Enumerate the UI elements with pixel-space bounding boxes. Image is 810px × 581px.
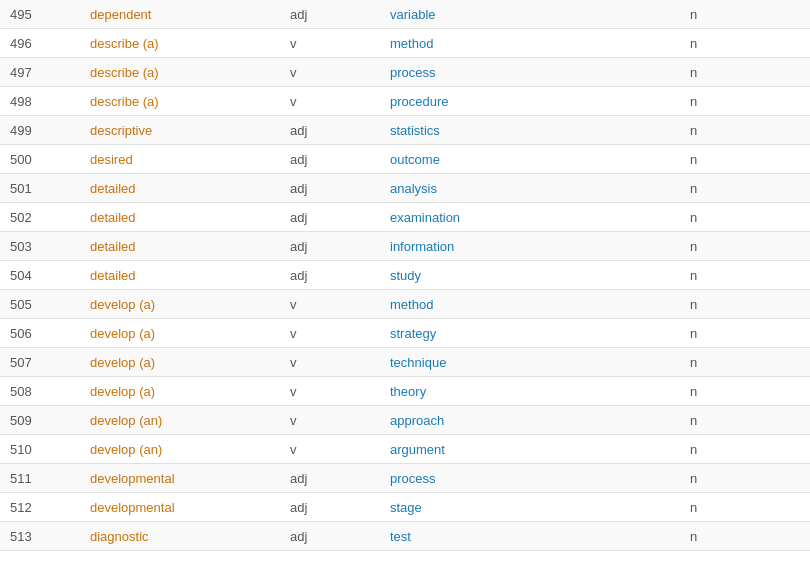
table-row: 506 develop (a) v strategy n	[0, 319, 810, 348]
table-row: 510 develop (an) v argument n	[0, 435, 810, 464]
row-pos: v	[280, 413, 380, 428]
row-extra: n	[680, 326, 810, 341]
row-extra: n	[680, 239, 810, 254]
row-pos: v	[280, 297, 380, 312]
row-extra: n	[680, 442, 810, 457]
table-row: 507 develop (a) v technique n	[0, 348, 810, 377]
row-collocate: test	[380, 529, 680, 544]
row-extra: n	[680, 7, 810, 22]
row-pos: adj	[280, 210, 380, 225]
row-collocate: technique	[380, 355, 680, 370]
table-row: 503 detailed adj information n	[0, 232, 810, 261]
row-collocate: examination	[380, 210, 680, 225]
row-word: developmental	[80, 471, 280, 486]
row-word: detailed	[80, 181, 280, 196]
row-extra: n	[680, 210, 810, 225]
data-table: 495 dependent adj variable n 496 describ…	[0, 0, 810, 551]
row-extra: n	[680, 471, 810, 486]
row-collocate: approach	[380, 413, 680, 428]
row-word: develop (a)	[80, 355, 280, 370]
table-row: 509 develop (an) v approach n	[0, 406, 810, 435]
row-pos: adj	[280, 123, 380, 138]
row-pos: v	[280, 326, 380, 341]
row-word: detailed	[80, 239, 280, 254]
row-number: 510	[0, 442, 80, 457]
row-number: 509	[0, 413, 80, 428]
row-extra: n	[680, 268, 810, 283]
row-word: develop (an)	[80, 442, 280, 457]
row-collocate: theory	[380, 384, 680, 399]
row-number: 508	[0, 384, 80, 399]
row-pos: adj	[280, 152, 380, 167]
row-number: 503	[0, 239, 80, 254]
row-extra: n	[680, 94, 810, 109]
row-number: 512	[0, 500, 80, 515]
row-word: develop (an)	[80, 413, 280, 428]
row-word: desired	[80, 152, 280, 167]
row-word: describe (a)	[80, 36, 280, 51]
row-extra: n	[680, 181, 810, 196]
row-number: 504	[0, 268, 80, 283]
row-number: 500	[0, 152, 80, 167]
row-extra: n	[680, 36, 810, 51]
row-pos: v	[280, 36, 380, 51]
row-pos: adj	[280, 529, 380, 544]
row-number: 507	[0, 355, 80, 370]
table-row: 502 detailed adj examination n	[0, 203, 810, 232]
table-row: 511 developmental adj process n	[0, 464, 810, 493]
row-extra: n	[680, 355, 810, 370]
row-word: describe (a)	[80, 65, 280, 80]
row-number: 497	[0, 65, 80, 80]
row-collocate: study	[380, 268, 680, 283]
table-row: 500 desired adj outcome n	[0, 145, 810, 174]
row-collocate: procedure	[380, 94, 680, 109]
row-collocate: method	[380, 36, 680, 51]
row-number: 502	[0, 210, 80, 225]
table-row: 513 diagnostic adj test n	[0, 522, 810, 551]
row-word: detailed	[80, 268, 280, 283]
row-pos: v	[280, 355, 380, 370]
row-collocate: argument	[380, 442, 680, 457]
row-word: develop (a)	[80, 384, 280, 399]
row-collocate: stage	[380, 500, 680, 515]
row-collocate: strategy	[380, 326, 680, 341]
row-word: dependent	[80, 7, 280, 22]
row-pos: adj	[280, 500, 380, 515]
row-pos: adj	[280, 471, 380, 486]
row-extra: n	[680, 529, 810, 544]
row-pos: v	[280, 442, 380, 457]
row-extra: n	[680, 123, 810, 138]
row-pos: adj	[280, 239, 380, 254]
row-extra: n	[680, 297, 810, 312]
row-number: 513	[0, 529, 80, 544]
table-row: 498 describe (a) v procedure n	[0, 87, 810, 116]
row-number: 506	[0, 326, 80, 341]
table-row: 504 detailed adj study n	[0, 261, 810, 290]
row-collocate: statistics	[380, 123, 680, 138]
row-extra: n	[680, 65, 810, 80]
row-collocate: process	[380, 471, 680, 486]
row-collocate: information	[380, 239, 680, 254]
row-collocate: analysis	[380, 181, 680, 196]
row-collocate: process	[380, 65, 680, 80]
row-word: developmental	[80, 500, 280, 515]
table-row: 512 developmental adj stage n	[0, 493, 810, 522]
table-row: 496 describe (a) v method n	[0, 29, 810, 58]
row-collocate: outcome	[380, 152, 680, 167]
row-pos: adj	[280, 268, 380, 283]
row-number: 511	[0, 471, 80, 486]
row-number: 495	[0, 7, 80, 22]
row-pos: adj	[280, 181, 380, 196]
row-number: 505	[0, 297, 80, 312]
row-collocate: variable	[380, 7, 680, 22]
row-extra: n	[680, 500, 810, 515]
row-word: describe (a)	[80, 94, 280, 109]
table-row: 495 dependent adj variable n	[0, 0, 810, 29]
table-row: 497 describe (a) v process n	[0, 58, 810, 87]
row-extra: n	[680, 384, 810, 399]
row-number: 499	[0, 123, 80, 138]
table-row: 499 descriptive adj statistics n	[0, 116, 810, 145]
table-row: 508 develop (a) v theory n	[0, 377, 810, 406]
row-pos: adj	[280, 7, 380, 22]
row-pos: v	[280, 65, 380, 80]
